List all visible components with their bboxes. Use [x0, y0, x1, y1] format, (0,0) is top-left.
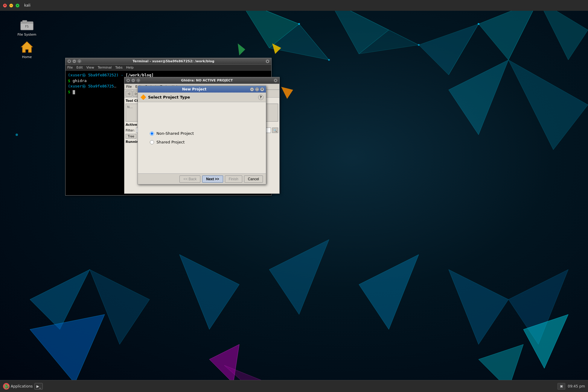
- shared-radio-row[interactable]: Shared Project: [150, 140, 254, 144]
- terminal-min-btn[interactable]: −: [72, 59, 76, 63]
- dialog-help-btn[interactable]: ?: [258, 95, 263, 100]
- svg-marker-26: [281, 87, 293, 99]
- taskbar-window-btn[interactable]: ▣: [557, 383, 565, 390]
- filter-icon-btn[interactable]: 🔍: [272, 128, 278, 133]
- svg-marker-23: [30, 314, 105, 383]
- svg-marker-15: [269, 240, 329, 314]
- terminal-menu-help[interactable]: Help: [126, 66, 134, 69]
- filesystem-icon-label: File System: [18, 33, 36, 37]
- terminal-titlebar: ✕ − □ Terminal - xuser@5ba9fe867252: /wo…: [65, 58, 271, 65]
- chrome-max-btn[interactable]: +: [16, 4, 19, 7]
- svg-point-32: [418, 44, 420, 46]
- desktop-icon-filesystem[interactable]: FS File System: [15, 16, 39, 38]
- back-button[interactable]: << Back: [179, 175, 200, 183]
- next-button[interactable]: Next >>: [202, 175, 223, 183]
- dialog-footer: << Back Next >> Finish Cancel: [138, 173, 266, 184]
- top-chrome-bar: ✕ − + kali: [0, 0, 588, 11]
- ghidra-max-btn[interactable]: □: [136, 78, 140, 82]
- terminal-title: Terminal - xuser@5ba9fe867252: /work/blo…: [83, 59, 264, 63]
- taskbar-right: ▣ 09:45 pm: [557, 383, 588, 390]
- home-icon: [20, 40, 34, 55]
- terminal-close-btn[interactable]: ✕: [67, 59, 71, 63]
- dialog-content: Non-Shared Project Shared Project: [138, 102, 266, 173]
- svg-marker-13: [90, 270, 150, 344]
- svg-marker-4: [419, 24, 479, 75]
- non-shared-radio[interactable]: [150, 131, 154, 136]
- svg-point-31: [328, 59, 330, 61]
- chrome-title: kali: [24, 3, 31, 7]
- svg-marker-14: [179, 255, 239, 329]
- ghidra-min-btn[interactable]: −: [131, 78, 135, 82]
- dialog-title: New Project: [140, 87, 249, 91]
- dialog-header: 🔶 Select Project Type ?: [138, 93, 266, 102]
- taskbar-apps-label: Applications: [11, 384, 33, 388]
- svg-point-30: [298, 23, 300, 25]
- terminal-extra-btn[interactable]: ▾: [266, 59, 269, 63]
- desktop-icon-home[interactable]: Home: [15, 39, 39, 60]
- taskbar-dragon-icon: 🐉: [3, 383, 10, 390]
- svg-marker-19: [449, 60, 508, 135]
- dialog-close-btn[interactable]: ✕: [260, 87, 264, 91]
- svg-marker-24: [209, 344, 239, 383]
- home-icon-label: Home: [22, 55, 32, 59]
- taskbar-terminal-btn[interactable]: ▶_: [34, 383, 43, 390]
- new-project-dialog: New Project − □ ✕ 🔶 Select Project Type …: [138, 86, 266, 184]
- svg-marker-21: [238, 43, 245, 55]
- terminal-menu-file[interactable]: File: [67, 66, 73, 69]
- cancel-button[interactable]: Cancel: [244, 175, 263, 183]
- tree-button[interactable]: Tree: [126, 134, 136, 139]
- svg-point-33: [478, 23, 479, 25]
- svg-marker-39: [21, 42, 33, 52]
- dialog-max-btn[interactable]: □: [255, 87, 259, 91]
- terminal-menu-edit[interactable]: Edit: [76, 66, 83, 69]
- ghidra-title: Ghidra: NO ACTIVE PROJECT: [141, 78, 272, 82]
- finish-button[interactable]: Finish: [225, 175, 242, 183]
- taskbar-start: 🐉 Applications ▶_: [0, 380, 46, 392]
- svg-point-34: [16, 134, 18, 136]
- svg-marker-16: [359, 255, 419, 329]
- dialog-header-icon: 🔶: [140, 94, 146, 100]
- svg-text:FS: FS: [25, 25, 29, 28]
- dialog-min-btn[interactable]: −: [250, 87, 254, 91]
- ghidra-menu-file[interactable]: File: [126, 85, 132, 89]
- svg-marker-20: [508, 60, 588, 150]
- filter-label: Filter:: [126, 128, 135, 132]
- chrome-close-btn[interactable]: ✕: [3, 4, 7, 7]
- non-shared-label[interactable]: Non-Shared Project: [156, 131, 194, 136]
- dialog-titlebar: New Project − □ ✕: [138, 86, 266, 93]
- svg-rect-37: [22, 20, 27, 23]
- terminal-max-btn[interactable]: □: [77, 59, 81, 63]
- taskbar: 🐉 Applications ▶_ ▣ 09:45 pm: [0, 380, 588, 392]
- terminal-menu-tabs[interactable]: Tabs: [115, 66, 122, 69]
- ghidra-extra-btn[interactable]: ✕: [274, 78, 278, 82]
- ghidra-toolbar-btn-1[interactable]: ◁: [126, 91, 132, 97]
- dialog-header-text: Select Project Type: [148, 95, 190, 99]
- ghidra-close-btn[interactable]: ✕: [126, 78, 130, 82]
- non-shared-radio-row[interactable]: Non-Shared Project: [150, 131, 254, 136]
- terminal-menu-terminal[interactable]: Terminal: [98, 66, 112, 69]
- ghidra-titlebar: ✕ − □ Ghidra: NO ACTIVE PROJECT ✕: [124, 77, 279, 84]
- shared-radio[interactable]: [150, 140, 154, 144]
- taskbar-time: 09:45 pm: [568, 384, 585, 388]
- svg-marker-17: [449, 270, 508, 344]
- filesystem-icon: FS: [20, 18, 34, 32]
- terminal-menubar: File Edit View Terminal Tabs Help: [65, 65, 271, 71]
- taskbar-apps-button[interactable]: 🐉 Applications: [3, 383, 33, 390]
- shared-label[interactable]: Shared Project: [156, 140, 185, 144]
- chrome-min-btn[interactable]: −: [9, 4, 13, 7]
- terminal-menu-view[interactable]: View: [86, 66, 94, 69]
